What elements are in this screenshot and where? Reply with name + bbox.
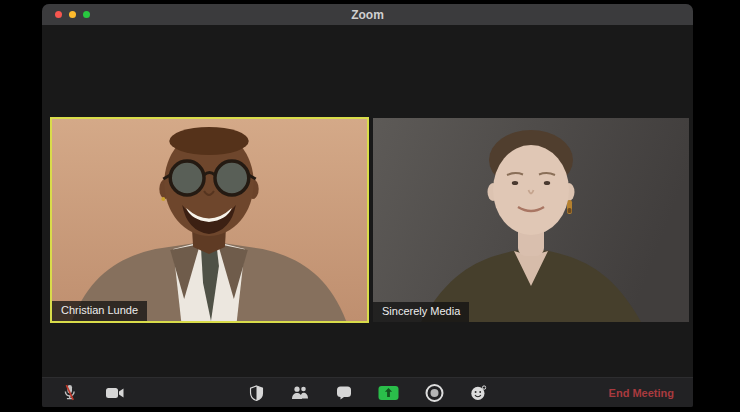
video-area: Christian Lunde	[42, 25, 693, 378]
microphone-muted-icon	[62, 384, 77, 401]
participant-video-sincerely-media	[373, 118, 689, 322]
mute-button[interactable]	[62, 384, 77, 401]
participant-name-label: Sincerely Media	[373, 302, 469, 322]
reactions-smiley-icon	[470, 385, 486, 401]
security-shield-icon	[249, 385, 263, 401]
security-button[interactable]	[249, 385, 263, 401]
participant-name-label: Christian Lunde	[52, 301, 147, 321]
toolbar-left-group	[62, 378, 124, 407]
chat-bubble-icon	[336, 386, 351, 400]
meeting-toolbar: End Meeting	[42, 377, 693, 407]
end-meeting-button[interactable]: End Meeting	[603, 378, 680, 407]
share-screen-button[interactable]	[378, 386, 398, 400]
traffic-lights	[42, 11, 90, 18]
participant-video-christian-lunde	[52, 119, 367, 321]
zoom-app-window: Zoom	[42, 4, 693, 407]
zoom-window-button[interactable]	[83, 11, 90, 18]
reactions-button[interactable]	[470, 385, 486, 401]
toolbar-center-group	[249, 378, 486, 407]
share-screen-icon	[378, 386, 398, 400]
window-title: Zoom	[42, 8, 693, 22]
desktop-background: Zoom	[0, 0, 740, 412]
video-camera-icon	[106, 387, 124, 399]
titlebar: Zoom	[42, 4, 693, 25]
close-button[interactable]	[55, 11, 62, 18]
record-button[interactable]	[425, 384, 443, 402]
video-tile-christian-lunde[interactable]: Christian Lunde	[50, 117, 369, 323]
participants-icon	[290, 386, 309, 399]
minimize-button[interactable]	[69, 11, 76, 18]
stop-video-button[interactable]	[106, 387, 124, 399]
video-tile-sincerely-media[interactable]: Sincerely Media	[373, 118, 689, 322]
participants-button[interactable]	[290, 386, 309, 399]
record-icon	[425, 384, 443, 402]
chat-button[interactable]	[336, 386, 351, 400]
